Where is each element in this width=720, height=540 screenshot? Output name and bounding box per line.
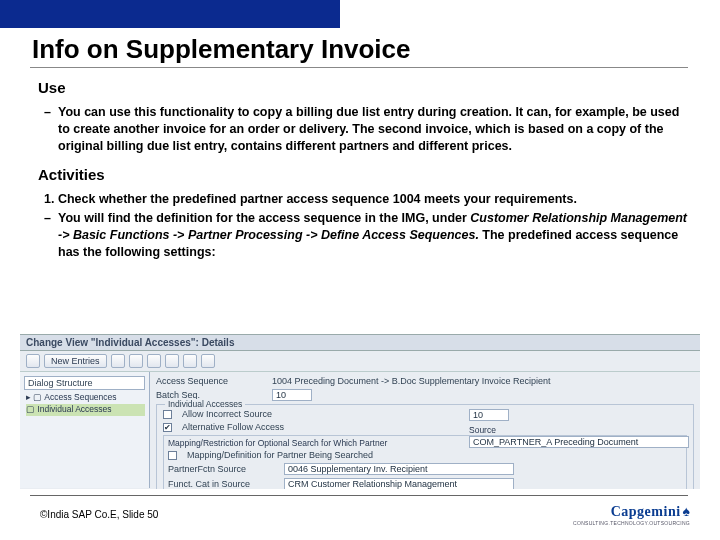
right-column: 10 Source COM_PARTNER_A Preceding Docume… [469, 409, 689, 450]
row1-label: Mapping/Definition for Partner Being Sea… [187, 450, 373, 460]
activity-step-1: 1. Check whether the predefined partner … [44, 191, 688, 208]
dash-icon: – [44, 210, 58, 261]
individual-accesses-group: Individual Accesses 10 Source COM_PARTNE… [156, 404, 694, 489]
sap-right-panel: Access Sequence 1004 Preceding Document … [150, 372, 700, 488]
row3-input[interactable]: CRM Customer Relationship Management [284, 478, 514, 489]
slide-title: Info on Supplementary Invoice [32, 34, 411, 65]
detail-prefix: You will find the definition for the acc… [58, 211, 470, 225]
use-paragraph: – You can use this functionality to copy… [44, 104, 688, 155]
activity-detail-text: You will find the definition for the acc… [58, 210, 688, 261]
capgemini-logo: Capgemini♠ CONSULTING.TECHNOLOGY.OUTSOUR… [573, 502, 690, 526]
footer-text: ©India SAP Co.E, Slide 50 [40, 509, 158, 520]
footer-divider [30, 495, 688, 496]
delete-icon[interactable] [129, 354, 143, 368]
undo-icon[interactable] [147, 354, 161, 368]
checkbox-allow-incorrect[interactable] [163, 410, 172, 419]
access-sequence-row: Access Sequence 1004 Preceding Document … [156, 376, 694, 386]
use-text: You can use this functionality to copy a… [58, 104, 688, 155]
activity-detail: – You will find the definition for the a… [44, 210, 688, 261]
slide-content: Use – You can use this functionality to … [38, 78, 688, 271]
sap-window-title: Change View "Individual Accesses": Detai… [20, 335, 700, 351]
sap-screenshot: Change View "Individual Accesses": Detai… [20, 334, 700, 489]
checkbox-mapping-def[interactable] [168, 451, 177, 460]
batch-seq-input[interactable]: 10 [272, 389, 312, 401]
sap-body: Dialog Structure ▸ ▢ Access Sequences ▢ … [20, 372, 700, 488]
select-icon[interactable] [165, 354, 179, 368]
map-row3: Funct. Cat in Source CRM Customer Relati… [168, 478, 682, 489]
source-input[interactable]: COM_PARTNER_A Preceding Document [469, 436, 689, 448]
title-underline [30, 67, 688, 68]
row3-label: Funct. Cat in Source [168, 479, 278, 489]
logo-text: Capgemini [611, 504, 681, 519]
more-icon[interactable] [201, 354, 215, 368]
toolbar-icon[interactable] [26, 354, 40, 368]
spade-icon: ♠ [683, 503, 690, 519]
header-accent-bar [0, 0, 340, 28]
sap-tree[interactable]: ▸ ▢ Access Sequences ▢ Individual Access… [24, 392, 145, 416]
activities-heading: Activities [38, 165, 688, 185]
copy-icon[interactable] [111, 354, 125, 368]
dialog-structure-header: Dialog Structure [24, 376, 145, 390]
new-entries-button[interactable]: New Entries [44, 354, 107, 368]
tree-node-individual-accesses[interactable]: ▢ Individual Accesses [26, 404, 145, 416]
tree-node-access-sequences[interactable]: ▸ ▢ Access Sequences [26, 392, 145, 404]
row2-label: PartnerFctn Source [168, 464, 278, 474]
access-seq-desc: 1004 Preceding Document -> B.Doc Supplem… [272, 376, 550, 386]
logo-tagline: CONSULTING.TECHNOLOGY.OUTSOURCING [573, 520, 690, 526]
use-heading: Use [38, 78, 688, 98]
sap-toolbar: New Entries [20, 351, 700, 372]
row2-input[interactable]: 0046 Supplementary Inv. Recipient [284, 463, 514, 475]
chk2-label: Alternative Follow Access [182, 422, 284, 432]
dash-icon: – [44, 104, 58, 155]
access-seq-label: Access Sequence [156, 376, 266, 386]
chk1-label: Allow Incorrect Source [182, 409, 272, 419]
source-label: Source [469, 425, 689, 435]
map-row2: PartnerFctn Source 0046 Supplementary In… [168, 463, 682, 475]
print-icon[interactable] [183, 354, 197, 368]
group-title: Individual Accesses [165, 399, 245, 409]
map-row1: Mapping/Definition for Partner Being Sea… [168, 450, 682, 460]
checkbox-alt-follow[interactable] [163, 423, 172, 432]
sap-left-panel: Dialog Structure ▸ ▢ Access Sequences ▢ … [20, 372, 150, 488]
seq-number-input[interactable]: 10 [469, 409, 509, 421]
